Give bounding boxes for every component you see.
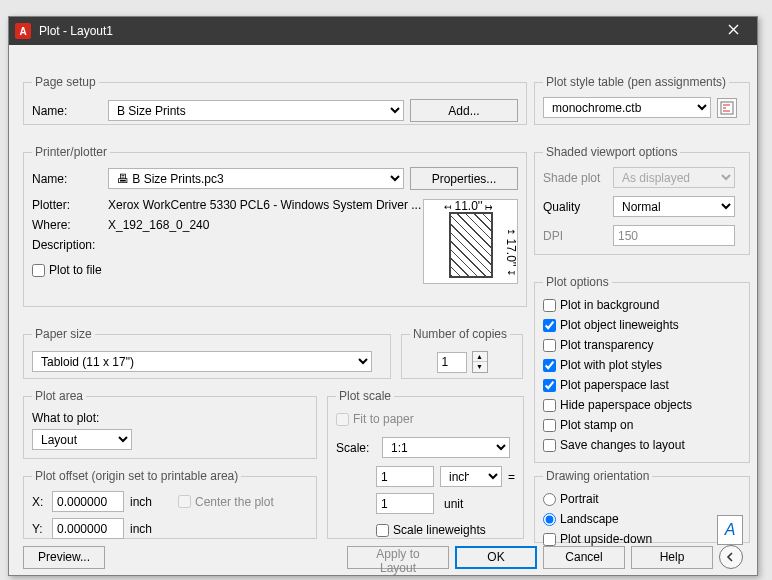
plot-option-label: Plot object lineweights xyxy=(560,318,679,332)
preview-button[interactable]: Preview... xyxy=(23,546,105,569)
offset-y-unit: inch xyxy=(130,522,152,536)
window-title: Plot - Layout1 xyxy=(39,24,715,38)
upside-down-checkbox[interactable] xyxy=(543,533,556,546)
plot-area-legend: Plot area xyxy=(32,389,86,403)
fit-to-paper-checkbox xyxy=(336,413,349,426)
copies-spinner[interactable]: ▲▼ xyxy=(472,351,488,373)
printer-properties-button[interactable]: Properties... xyxy=(410,167,518,190)
plot-option-checkbox-0[interactable] xyxy=(543,299,556,312)
plot-offset-group: Plot offset (origin set to printable are… xyxy=(23,469,317,539)
help-button[interactable]: Help xyxy=(631,546,713,569)
page-setup-group: Page setup Name: B Size Prints Add... xyxy=(23,75,527,125)
plot-to-file-checkbox[interactable] xyxy=(32,264,45,277)
plot-option-checkbox-5[interactable] xyxy=(543,399,556,412)
plot-option-checkbox-6[interactable] xyxy=(543,419,556,432)
dpi-label: DPI xyxy=(543,229,607,243)
shade-plot-label: Shade plot xyxy=(543,171,607,185)
dpi-input xyxy=(613,225,735,246)
offset-x-unit: inch xyxy=(130,495,152,509)
cancel-button[interactable]: Cancel xyxy=(543,546,625,569)
plot-option-checkbox-4[interactable] xyxy=(543,379,556,392)
shaded-viewport-legend: Shaded viewport options xyxy=(543,145,680,159)
offset-y-input[interactable] xyxy=(52,518,124,539)
center-plot-checkbox xyxy=(178,495,191,508)
scale-select[interactable]: 1:1 xyxy=(382,437,510,458)
plot-option-checkbox-7[interactable] xyxy=(543,439,556,452)
page-setup-name-label: Name: xyxy=(32,104,102,118)
plot-option-label: Save changes to layout xyxy=(560,438,685,452)
where-label: Where: xyxy=(32,218,102,232)
copies-group: Number of copies ▲▼ xyxy=(401,327,523,379)
plotter-label: Plotter: xyxy=(32,198,102,212)
orientation-legend: Drawing orientation xyxy=(543,469,652,483)
titlebar[interactable]: A Plot - Layout1 xyxy=(9,17,757,45)
portrait-radio[interactable] xyxy=(543,493,556,506)
plot-style-select[interactable]: monochrome.ctb xyxy=(543,97,711,118)
plot-style-legend: Plot style table (pen assignments) xyxy=(543,75,729,89)
plotter-value: Xerox WorkCentre 5330 PCL6 - Windows Sys… xyxy=(108,198,421,212)
orientation-icon: A xyxy=(717,515,743,545)
plot-style-group: Plot style table (pen assignments) monoc… xyxy=(534,75,750,125)
page-setup-add-button[interactable]: Add... xyxy=(410,99,518,122)
plot-option-label: Plot transparency xyxy=(560,338,653,352)
paper-size-legend: Paper size xyxy=(32,327,95,341)
apply-to-layout-button: Apply to Layout xyxy=(347,546,449,569)
plot-option-label: Hide paperspace objects xyxy=(560,398,692,412)
plot-scale-legend: Plot scale xyxy=(336,389,394,403)
scale-bot-unit: unit xyxy=(440,497,502,511)
plot-options-legend: Plot options xyxy=(543,275,612,289)
paper-size-select[interactable]: Tabloid (11 x 17") xyxy=(32,351,372,372)
equals-sign: = xyxy=(508,470,515,484)
plot-option-label: Plot in background xyxy=(560,298,659,312)
page-setup-legend: Page setup xyxy=(32,75,99,89)
scale-lineweights-checkbox[interactable] xyxy=(376,524,389,537)
offset-x-input[interactable] xyxy=(52,491,124,512)
plot-option-checkbox-1[interactable] xyxy=(543,319,556,332)
quality-label: Quality xyxy=(543,200,607,214)
printer-group: Printer/plotter Name: 🖶 B Size Prints.pc… xyxy=(23,145,527,307)
where-value: X_192_168_0_240 xyxy=(108,218,209,232)
plot-scale-group: Plot scale Fit to paper Scale: 1:1 inche… xyxy=(327,389,524,539)
plot-option-label: Plot paperspace last xyxy=(560,378,669,392)
ok-button[interactable]: OK xyxy=(455,546,537,569)
page-setup-name-select[interactable]: B Size Prints xyxy=(108,100,404,121)
scale-top-input[interactable] xyxy=(376,466,434,487)
app-icon: A xyxy=(15,23,31,39)
shaded-viewport-group: Shaded viewport options Shade plot As di… xyxy=(534,145,750,255)
center-plot-label: Center the plot xyxy=(195,495,274,509)
plot-option-checkbox-2[interactable] xyxy=(543,339,556,352)
offset-y-label: Y: xyxy=(32,522,46,536)
landscape-label: Landscape xyxy=(560,512,619,526)
plot-option-checkbox-3[interactable] xyxy=(543,359,556,372)
printer-legend: Printer/plotter xyxy=(32,145,110,159)
description-label: Description: xyxy=(32,238,102,252)
copies-input[interactable] xyxy=(437,352,467,373)
what-to-plot-label: What to plot: xyxy=(32,411,308,425)
plot-option-label: Plot with plot styles xyxy=(560,358,662,372)
quality-select[interactable]: Normal xyxy=(613,196,735,217)
orientation-group: Drawing orientation Portrait Landscape P… xyxy=(534,469,750,543)
plot-options-group: Plot options Plot in backgroundPlot obje… xyxy=(534,275,750,463)
plot-to-file-label: Plot to file xyxy=(49,263,102,277)
paper-size-group: Paper size Tabloid (11 x 17") xyxy=(23,327,391,379)
scale-unit-select[interactable]: inches xyxy=(440,466,502,487)
shade-plot-select: As displayed xyxy=(613,167,735,188)
offset-x-label: X: xyxy=(32,495,46,509)
plot-option-label: Plot stamp on xyxy=(560,418,633,432)
plot-offset-legend: Plot offset (origin set to printable are… xyxy=(32,469,241,483)
close-button[interactable] xyxy=(715,24,751,38)
collapse-options-button[interactable] xyxy=(719,545,743,569)
scale-lineweights-label: Scale lineweights xyxy=(393,523,486,537)
plot-area-group: Plot area What to plot: Layout xyxy=(23,389,317,459)
upside-down-label: Plot upside-down xyxy=(560,532,652,546)
paper-preview-thumb: ↤ 11.0'' ↦ ↥ 17.0'' ↧ xyxy=(423,199,518,284)
scale-label: Scale: xyxy=(336,441,376,455)
printer-name-select[interactable]: 🖶 B Size Prints.pc3 xyxy=(108,168,404,189)
dialog-footer: Preview... Apply to Layout OK Cancel Hel… xyxy=(9,545,757,569)
plot-dialog: A Plot - Layout1 Page setup Name: B Size… xyxy=(8,16,758,576)
plot-style-edit-button[interactable] xyxy=(717,98,737,118)
svg-rect-0 xyxy=(721,102,733,114)
what-to-plot-select[interactable]: Layout xyxy=(32,429,132,450)
scale-bot-input[interactable] xyxy=(376,493,434,514)
landscape-radio[interactable] xyxy=(543,513,556,526)
